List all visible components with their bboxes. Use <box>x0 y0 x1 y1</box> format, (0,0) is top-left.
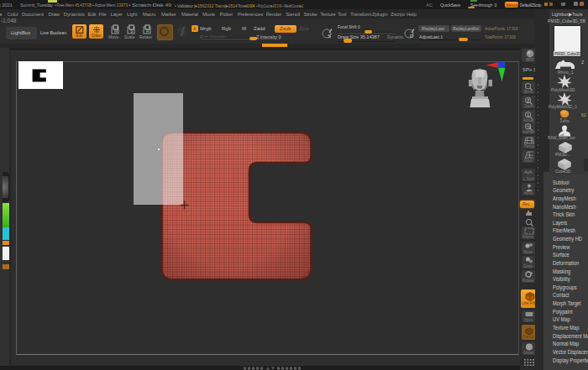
svg-text:M: M <box>114 29 118 34</box>
svg-text:R: R <box>146 29 150 34</box>
svg-text:1: 1 <box>527 112 529 117</box>
svg-text:Z: Z <box>527 98 529 103</box>
